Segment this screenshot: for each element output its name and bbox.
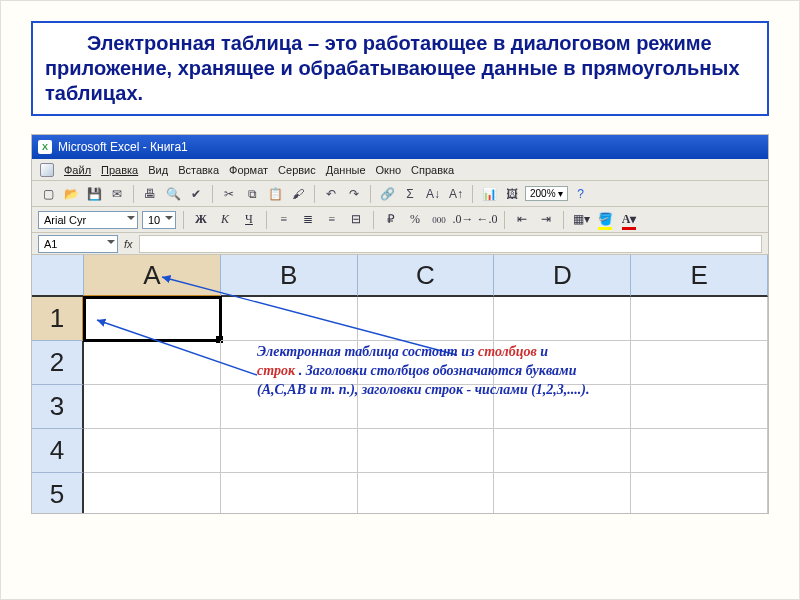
row-header-2[interactable]: 2 <box>32 341 84 385</box>
col-headers: A B C D E <box>32 255 768 297</box>
window-title: Microsoft Excel - Книга1 <box>58 140 188 154</box>
row-header-1[interactable]: 1 <box>32 297 84 341</box>
separator <box>563 211 564 229</box>
menu-data[interactable]: Данные <box>326 164 366 176</box>
cell-a4[interactable] <box>84 429 221 473</box>
workbook-icon <box>40 163 54 177</box>
font-size-select[interactable]: 10 <box>142 211 176 229</box>
mail-icon[interactable]: ✉ <box>107 184 127 204</box>
excel-logo-icon: X <box>38 140 52 154</box>
separator <box>504 211 505 229</box>
preview-icon[interactable]: 🔍 <box>163 184 183 204</box>
row-header-4[interactable]: 4 <box>32 429 84 473</box>
cell-a3[interactable] <box>84 385 221 429</box>
print-icon[interactable]: 🖶 <box>140 184 160 204</box>
underline-button[interactable]: Ч <box>239 210 259 230</box>
merge-center-button[interactable]: ⊟ <box>346 210 366 230</box>
formula-bar: A1 fx <box>32 233 768 255</box>
borders-button[interactable]: ▦▾ <box>571 210 591 230</box>
cell-e5[interactable] <box>631 473 768 514</box>
menu-format[interactable]: Формат <box>229 164 268 176</box>
select-all-corner[interactable] <box>32 255 84 297</box>
separator <box>472 185 473 203</box>
save-icon[interactable]: 💾 <box>84 184 104 204</box>
menu-edit[interactable]: Правка <box>101 164 138 176</box>
cell-d4[interactable] <box>494 429 631 473</box>
format-painter-icon[interactable]: 🖌 <box>288 184 308 204</box>
col-header-e[interactable]: E <box>631 255 768 297</box>
separator <box>370 185 371 203</box>
row-1: 1 <box>32 297 768 341</box>
cut-icon[interactable]: ✂ <box>219 184 239 204</box>
cell-c1[interactable] <box>358 297 495 341</box>
increase-decimal-button[interactable]: .0→ <box>453 210 473 230</box>
titlebar: X Microsoft Excel - Книга1 <box>32 135 768 159</box>
chart-icon[interactable]: 📊 <box>479 184 499 204</box>
menu-insert[interactable]: Вставка <box>178 164 219 176</box>
separator <box>266 211 267 229</box>
menu-view[interactable]: Вид <box>148 164 168 176</box>
copy-icon[interactable]: ⧉ <box>242 184 262 204</box>
help-icon[interactable]: ? <box>571 184 591 204</box>
cell-d1[interactable] <box>494 297 631 341</box>
redo-icon[interactable]: ↷ <box>344 184 364 204</box>
menu-file[interactable]: Файл <box>64 164 91 176</box>
cell-b1[interactable] <box>221 297 358 341</box>
align-right-button[interactable]: ≡ <box>322 210 342 230</box>
definition-box: Электронная таблица – это работающее в д… <box>31 21 769 116</box>
cell-c4[interactable] <box>358 429 495 473</box>
separator <box>373 211 374 229</box>
autosum-icon[interactable]: Σ <box>400 184 420 204</box>
italic-button[interactable]: К <box>215 210 235 230</box>
col-header-b[interactable]: B <box>221 255 358 297</box>
font-color-button[interactable]: A▾ <box>619 210 639 230</box>
fx-icon[interactable]: fx <box>124 238 133 250</box>
cell-a1[interactable] <box>84 297 221 341</box>
comma-style-button[interactable]: 000 <box>429 210 449 230</box>
definition-text: Электронная таблица – это работающее в д… <box>45 31 755 106</box>
menu-tools[interactable]: Сервис <box>278 164 316 176</box>
currency-button[interactable]: ₽ <box>381 210 401 230</box>
row-5: 5 <box>32 473 768 514</box>
name-box[interactable]: A1 <box>38 235 118 253</box>
cell-a5[interactable] <box>84 473 221 514</box>
undo-icon[interactable]: ↶ <box>321 184 341 204</box>
cell-e1[interactable] <box>631 297 768 341</box>
cell-a2[interactable] <box>84 341 221 385</box>
cell-c5[interactable] <box>358 473 495 514</box>
cell-b4[interactable] <box>221 429 358 473</box>
cell-d5[interactable] <box>494 473 631 514</box>
decrease-indent-button[interactable]: ⇤ <box>512 210 532 230</box>
col-header-c[interactable]: C <box>358 255 495 297</box>
spellcheck-icon[interactable]: ✔ <box>186 184 206 204</box>
zoom-select[interactable]: 200%▾ <box>525 186 568 201</box>
row-header-3[interactable]: 3 <box>32 385 84 429</box>
slide: Электронная таблица – это работающее в д… <box>0 0 800 600</box>
new-icon[interactable]: ▢ <box>38 184 58 204</box>
open-icon[interactable]: 📂 <box>61 184 81 204</box>
percent-button[interactable]: % <box>405 210 425 230</box>
excel-screenshot: X Microsoft Excel - Книга1 Файл Правка В… <box>31 134 769 514</box>
separator <box>133 185 134 203</box>
hyperlink-icon[interactable]: 🔗 <box>377 184 397 204</box>
paste-icon[interactable]: 📋 <box>265 184 285 204</box>
increase-indent-button[interactable]: ⇥ <box>536 210 556 230</box>
align-left-button[interactable]: ≡ <box>274 210 294 230</box>
decrease-decimal-button[interactable]: ←.0 <box>477 210 497 230</box>
drawing-icon[interactable]: 🖼 <box>502 184 522 204</box>
font-name-select[interactable]: Arial Cyr <box>38 211 138 229</box>
formula-input[interactable] <box>139 235 762 253</box>
align-center-button[interactable]: ≣ <box>298 210 318 230</box>
fill-color-button[interactable]: 🪣 <box>595 210 615 230</box>
cell-b5[interactable] <box>221 473 358 514</box>
col-header-a[interactable]: A <box>84 255 221 297</box>
bold-button[interactable]: Ж <box>191 210 211 230</box>
sort-asc-icon[interactable]: A↓ <box>423 184 443 204</box>
menu-window[interactable]: Окно <box>376 164 402 176</box>
row-header-5[interactable]: 5 <box>32 473 84 514</box>
menu-help[interactable]: Справка <box>411 164 454 176</box>
col-header-d[interactable]: D <box>494 255 631 297</box>
cell-e4[interactable] <box>631 429 768 473</box>
worksheet-grid: A B C D E 1 2 <box>32 255 768 514</box>
sort-desc-icon[interactable]: A↑ <box>446 184 466 204</box>
